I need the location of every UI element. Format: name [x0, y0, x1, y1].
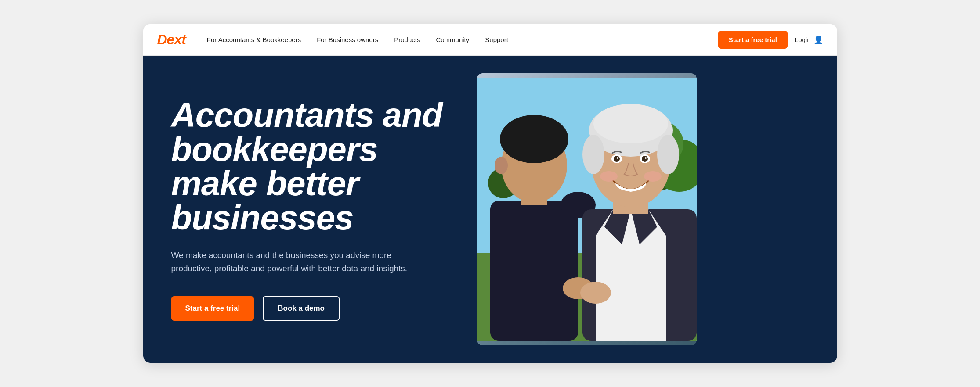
brand-logo[interactable]: Dext [157, 32, 186, 48]
svg-point-29 [645, 157, 647, 159]
svg-marker-15 [596, 209, 666, 341]
svg-point-21 [582, 135, 604, 174]
svg-point-22 [657, 135, 679, 174]
hero-illustration [477, 73, 697, 345]
page-wrapper: Dext For Accountants & Bookkeepers For B… [143, 24, 837, 363]
nav-right: Start a free trial Login 👤 [718, 31, 823, 49]
hero-demo-button[interactable]: Book a demo [263, 296, 340, 321]
person-icon: 👤 [814, 35, 823, 45]
svg-point-28 [642, 156, 648, 162]
nav-links: For Accountants & Bookkeepers For Busine… [200, 32, 715, 47]
hero-buttons: Start a free trial Book a demo [171, 296, 451, 321]
svg-point-31 [644, 171, 662, 182]
nav-products[interactable]: Products [387, 32, 427, 47]
nav-community[interactable]: Community [429, 32, 476, 47]
login-area[interactable]: Login 👤 [795, 35, 823, 45]
hero-subtitle: We make accountants and the businesses y… [171, 249, 417, 276]
svg-point-30 [600, 171, 618, 182]
nav-support[interactable]: Support [478, 32, 515, 47]
svg-point-25 [614, 156, 620, 162]
hero-content: Accountants and bookkeepers make better … [143, 56, 477, 363]
hero-image [477, 73, 697, 345]
svg-point-26 [617, 157, 618, 159]
svg-point-33 [580, 282, 611, 304]
login-label: Login [795, 36, 811, 43]
hero-title: Accountants and bookkeepers make better … [171, 98, 451, 235]
hero-trial-button[interactable]: Start a free trial [171, 296, 254, 321]
svg-point-12 [495, 157, 508, 174]
nav-trial-button[interactable]: Start a free trial [718, 31, 788, 49]
hero-image-placeholder [477, 73, 697, 345]
svg-rect-8 [490, 201, 578, 341]
hero-section: Accountants and bookkeepers make better … [143, 56, 837, 363]
svg-point-23 [593, 104, 668, 143]
nav-accountants[interactable]: For Accountants & Bookkeepers [200, 32, 308, 47]
nav-business[interactable]: For Business owners [310, 32, 385, 47]
svg-point-11 [500, 115, 568, 163]
navbar: Dext For Accountants & Bookkeepers For B… [143, 24, 837, 56]
